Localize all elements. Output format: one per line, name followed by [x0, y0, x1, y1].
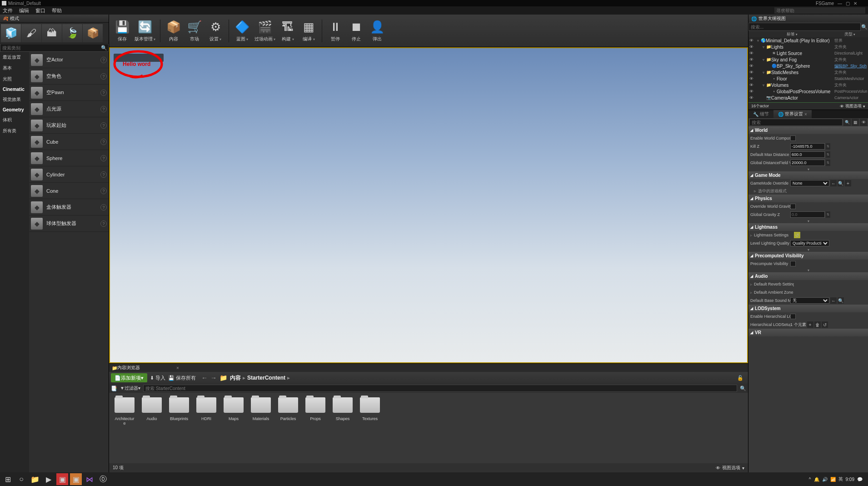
modes-item[interactable]: ◆Sphere?	[29, 150, 109, 166]
category-header[interactable]: ◢Physics	[748, 195, 868, 202]
expand-icon[interactable]: ▹	[750, 233, 754, 237]
help-icon[interactable]: ?	[100, 220, 107, 227]
close-button[interactable]: ✕	[853, 1, 857, 6]
number-input[interactable]	[790, 151, 825, 158]
checkbox[interactable]	[790, 261, 796, 266]
outliner-search-input[interactable]	[748, 23, 861, 31]
modes-item[interactable]: ◆球体型触发器?	[29, 215, 109, 232]
browse-icon[interactable]: ←	[830, 180, 837, 186]
filters-button[interactable]: ▼过滤器▾	[120, 385, 140, 391]
start-button[interactable]: ⊞	[2, 473, 14, 485]
modes-item[interactable]: ◆Cone?	[29, 183, 109, 199]
visibility-icon[interactable]: 👁	[748, 70, 754, 75]
help-icon[interactable]: ?	[100, 73, 107, 80]
tray-icon[interactable]: 🔔	[814, 477, 819, 482]
clock[interactable]: 9:09	[846, 477, 854, 482]
modes-item[interactable]: ◆点光源?	[29, 101, 109, 117]
toolbar-保存[interactable]: 💾保存	[113, 17, 132, 45]
toolbar-设置[interactable]: ⚙设置	[206, 17, 225, 45]
add-icon[interactable]: +	[807, 321, 813, 328]
modes-item[interactable]: ◆Cube?	[29, 134, 109, 150]
modes-item[interactable]: ◆空Actor?	[29, 52, 109, 68]
toolbar-市场[interactable]: 🛒市场	[185, 17, 204, 45]
toolbar-过场动画[interactable]: 🎬过场动画	[254, 17, 276, 45]
maximize-button[interactable]: ▢	[846, 1, 850, 6]
reset-icon[interactable]: ↺	[794, 232, 800, 238]
folder-item[interactable]: Shapes	[332, 397, 354, 426]
spinner-icon[interactable]: ⇅	[826, 211, 830, 218]
category-header[interactable]: ◢Precomputed Visibility	[748, 252, 868, 260]
expand-icon[interactable]: ▿	[761, 83, 766, 87]
visibility-icon[interactable]: 👁	[748, 83, 754, 87]
visibility-icon[interactable]: 👁	[748, 51, 754, 55]
explorer-icon[interactable]: 📁	[29, 473, 41, 485]
trash-icon[interactable]: 🗑	[814, 321, 821, 328]
ue-icon[interactable]: ⓪	[97, 473, 109, 485]
visibility-icon[interactable]: 👁	[748, 57, 754, 62]
add-icon[interactable]: +	[845, 180, 851, 186]
modes-item[interactable]: ◆Cylinder?	[29, 166, 109, 183]
vs-icon[interactable]: ⋈	[84, 473, 95, 485]
col-type[interactable]: 类型▾	[833, 31, 866, 37]
tree-row[interactable]: 👁▿📁StaticMeshes文件夹	[748, 69, 868, 75]
nav-back-icon[interactable]: ←	[201, 374, 208, 381]
spinner-icon[interactable]: ⇅	[826, 143, 830, 150]
toolbar-内容[interactable]: 📦内容	[164, 17, 183, 45]
add-new-button[interactable]: 📄 添加新项 ▾	[111, 373, 147, 382]
toolbar-构建[interactable]: 🏗构建	[278, 17, 297, 45]
dropdown[interactable]: None	[790, 180, 829, 186]
breadcrumb-root[interactable]: 内容	[230, 374, 241, 382]
modes-item[interactable]: ◆玩家起始?	[29, 117, 109, 134]
ime-indicator[interactable]: 英	[838, 476, 843, 482]
reset-icon[interactable]: ↺	[822, 321, 828, 328]
modes-category[interactable]: 最近放置	[0, 52, 29, 63]
toolbar-弹出[interactable]: 👤弹出	[368, 17, 387, 45]
folder-item[interactable]: HDRI	[195, 397, 217, 426]
expand-icon[interactable]: ▹	[750, 291, 754, 295]
tree-row[interactable]: 👁▿📁Lights文件夹	[748, 44, 868, 50]
help-icon[interactable]: ?	[100, 139, 107, 145]
eye-icon[interactable]: 👁	[860, 119, 867, 126]
visibility-icon[interactable]: 👁	[748, 64, 754, 68]
breadcrumb-folder[interactable]: StarterContent	[247, 375, 285, 381]
notifications-icon[interactable]: 💬	[857, 477, 863, 482]
expand-more-icon[interactable]: ▾	[748, 219, 868, 223]
outliner-header[interactable]: 🌐世界大纲视图	[748, 15, 868, 23]
cortana-icon[interactable]: ○	[15, 473, 27, 485]
expand-more-icon[interactable]: ▾	[748, 247, 868, 252]
toolbar-停止[interactable]: ⏹停止	[347, 17, 366, 45]
tree-row[interactable]: 👁☀Light SourceDirectionalLight	[748, 50, 868, 56]
checkbox[interactable]	[790, 204, 796, 209]
help-icon[interactable]: ?	[100, 122, 107, 129]
search-icon[interactable]: 🔍	[100, 44, 108, 51]
category-header[interactable]: ◢Audio	[748, 272, 868, 280]
help-icon[interactable]: ?	[100, 171, 107, 178]
tree-row[interactable]: 👁▫GlobalPostProcessVolumePostProcessVolu…	[748, 88, 868, 95]
store-icon[interactable]: ▶	[43, 473, 55, 485]
dropdown[interactable]: Quality Production	[790, 240, 829, 246]
foliage-mode-icon[interactable]: 🍃	[62, 24, 82, 42]
folder-icon[interactable]: 📁	[219, 374, 227, 381]
modes-item[interactable]: ◆空Pawn?	[29, 85, 109, 101]
modes-category[interactable]: 基本	[0, 63, 29, 74]
close-icon[interactable]: ×	[176, 366, 179, 371]
save-all-button[interactable]: 💾 保存所有	[168, 375, 196, 381]
toolbar-版本管理[interactable]: 🔄版本管理	[134, 17, 156, 45]
geometry-mode-icon[interactable]: 📦	[83, 24, 103, 42]
folder-item[interactable]: Maps	[223, 397, 244, 426]
app-icon[interactable]: ▣	[56, 473, 68, 485]
dropdown[interactable]: 无	[790, 297, 829, 304]
help-icon[interactable]: ?	[100, 106, 107, 112]
help-icon[interactable]: ?	[100, 188, 107, 194]
visibility-icon[interactable]: 👁	[748, 89, 754, 94]
col-label[interactable]: 标签▾	[750, 31, 833, 37]
modes-category[interactable]: 所有类	[0, 125, 29, 136]
folder-item[interactable]: Architecture	[114, 397, 135, 426]
modes-category[interactable]: Cinematic	[0, 85, 29, 94]
search-icon[interactable]: 🔍	[843, 119, 851, 126]
view-options-button[interactable]: 👁 视图选项▾	[716, 465, 744, 471]
help-icon[interactable]: ?	[100, 90, 107, 96]
tab-world-settings[interactable]: 🌐 世界设置 ×	[773, 110, 812, 118]
visibility-icon[interactable]: 👁	[748, 38, 754, 43]
checkbox[interactable]	[790, 314, 796, 319]
